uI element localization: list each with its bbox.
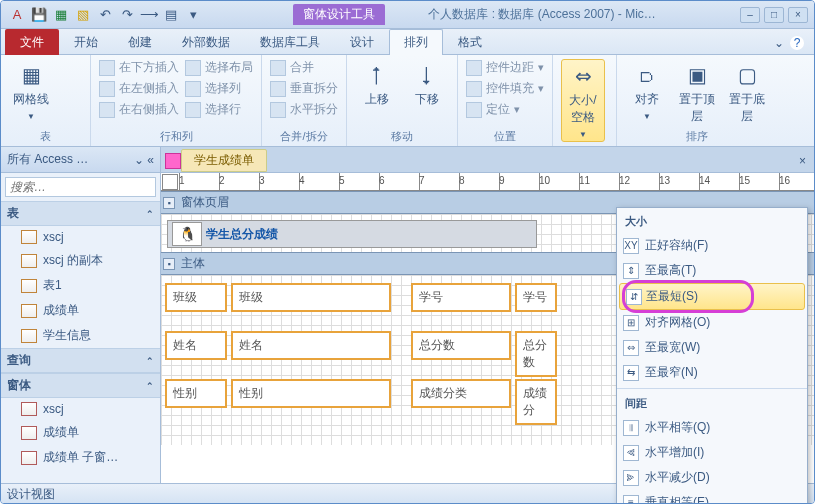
tab-arrange[interactable]: 排列 — [389, 29, 443, 55]
menu-item-shortest[interactable]: ⇵至最短(S) — [619, 283, 805, 310]
chevron-up-icon: ⌃ — [146, 209, 154, 219]
menu-item-fit[interactable]: XY正好容纳(F) — [617, 233, 807, 258]
section-selector[interactable]: ▪ — [163, 197, 175, 209]
anchor-button[interactable]: 定位 ▾ — [466, 101, 544, 118]
table-icon — [21, 230, 37, 244]
menu-item-widest[interactable]: ⇔至最宽(W) — [617, 335, 807, 360]
fit-icon: XY — [623, 238, 639, 254]
window-controls: – □ × — [740, 7, 814, 23]
menu-item-hdec[interactable]: ⫸水平减少(D) — [617, 465, 807, 490]
insert-below-button[interactable]: 在下方插入 — [99, 59, 179, 76]
ribbon-group-order: ⫐对齐▼ ▣置于顶层 ▢置于底层 排序 — [617, 55, 777, 146]
group-label: 行和列 — [99, 127, 253, 146]
textbox-control[interactable]: 性别 — [231, 379, 391, 408]
bring-front-button[interactable]: ▣置于顶层 — [675, 59, 719, 127]
app-icon[interactable]: A — [7, 5, 27, 25]
menu-item-vequal[interactable]: ≡垂直相等(E) — [617, 490, 807, 504]
nav-item[interactable]: xscj — [1, 226, 160, 248]
col-icon — [99, 102, 115, 118]
down-icon: ⭣ — [411, 61, 443, 89]
label-control[interactable]: 成绩分类 — [411, 379, 511, 408]
nav-item[interactable]: xscj 的副本 — [1, 248, 160, 273]
merge-button[interactable]: 合并 — [270, 59, 338, 76]
align-button[interactable]: ⫐对齐▼ — [625, 59, 669, 123]
chevron-down-icon: ⌄ — [134, 153, 144, 167]
move-down-button[interactable]: ⭣下移 — [405, 59, 449, 110]
table-icon — [21, 279, 37, 293]
textbox-control[interactable]: 姓名 — [231, 331, 391, 360]
nav-header[interactable]: 所有 Access …⌄ « — [1, 147, 160, 173]
label-control[interactable]: 姓名 — [165, 331, 227, 360]
content-area: 所有 Access …⌄ « 表⌃ xscj xscj 的副本 表1 成绩单 学… — [1, 147, 814, 483]
textbox-control[interactable]: 成绩分 — [515, 379, 557, 425]
undo-icon[interactable]: ↶ — [95, 5, 115, 25]
menu-item-hinc[interactable]: ⫷水平增加(I) — [617, 440, 807, 465]
label-control[interactable]: 总分数 — [411, 331, 511, 360]
menu-heading: 大小 — [617, 210, 807, 233]
export-icon[interactable]: ⟶ — [139, 5, 159, 25]
menu-item-narrowest[interactable]: ⇆至最窄(N) — [617, 360, 807, 385]
label-control[interactable]: 学号 — [411, 283, 511, 312]
nav-item[interactable]: 表1 — [1, 273, 160, 298]
select-layout-button[interactable]: 选择布局 — [185, 59, 253, 76]
tab-external[interactable]: 外部数据 — [167, 29, 245, 55]
search-input[interactable] — [5, 177, 156, 197]
size-icon: ⇔ — [567, 62, 599, 90]
select-col-button[interactable]: 选择列 — [185, 80, 253, 97]
collapse-icon[interactable]: « — [147, 153, 154, 167]
maximize-button[interactable]: □ — [764, 7, 784, 23]
label-control[interactable]: 性别 — [165, 379, 227, 408]
textbox-control[interactable]: 学号 — [515, 283, 557, 312]
nav-item[interactable]: 成绩单 — [1, 420, 160, 445]
nav-search — [1, 173, 160, 201]
nav-item[interactable]: 成绩单 子窗… — [1, 445, 160, 470]
form-title-label[interactable]: 🐧学生总分成绩 — [167, 220, 537, 248]
sel-icon — [185, 81, 201, 97]
move-up-button[interactable]: ⭡上移 — [355, 59, 399, 110]
gridlines-button[interactable]: ▦网格线▼ — [9, 59, 53, 123]
send-back-button[interactable]: ▢置于底层 — [725, 59, 769, 127]
tab-home[interactable]: 开始 — [59, 29, 113, 55]
tab-create[interactable]: 创建 — [113, 29, 167, 55]
textbox-control[interactable]: 总分数 — [515, 331, 557, 377]
table-icon[interactable]: ▤ — [161, 5, 181, 25]
tab-dbtools[interactable]: 数据库工具 — [245, 29, 335, 55]
redo-icon[interactable]: ↷ — [117, 5, 137, 25]
sel-icon — [185, 102, 201, 118]
minimize-ribbon-icon[interactable]: ⌄ — [774, 36, 784, 50]
menu-item-togrid[interactable]: ⊞对齐网格(O) — [617, 310, 807, 335]
qat-more-icon[interactable]: ▾ — [183, 5, 203, 25]
nav-item[interactable]: 成绩单 — [1, 298, 160, 323]
textbox-control[interactable]: 班级 — [231, 283, 391, 312]
insert-left-button[interactable]: 在左侧插入 — [99, 80, 179, 97]
document-tab[interactable]: 学生成绩单 — [181, 149, 267, 172]
nav-item[interactable]: xscj — [1, 398, 160, 420]
label-control[interactable]: 班级 — [165, 283, 227, 312]
vsplit-button[interactable]: 垂直拆分 — [270, 80, 338, 97]
excel-icon[interactable]: ▦ — [51, 5, 71, 25]
help-icon[interactable]: ? — [790, 36, 804, 50]
hsplit-button[interactable]: 水平拆分 — [270, 101, 338, 118]
tools-icon[interactable]: ▧ — [73, 5, 93, 25]
nav-group-tables[interactable]: 表⌃ — [1, 201, 160, 226]
select-row-button[interactable]: 选择行 — [185, 101, 253, 118]
titlebar: A 💾 ▦ ▧ ↶ ↷ ⟶ ▤ ▾ 窗体设计工具 个人数据库 : 数据库 (Ac… — [1, 1, 814, 29]
save-icon[interactable]: 💾 — [29, 5, 49, 25]
menu-item-hequal[interactable]: ⫴水平相等(Q) — [617, 415, 807, 440]
nav-group-queries[interactable]: 查询⌃ — [1, 348, 160, 373]
ruler-corner[interactable] — [162, 174, 178, 190]
close-document-button[interactable]: × — [791, 154, 814, 168]
padding-button[interactable]: 控件填充 ▾ — [466, 80, 544, 97]
margins-button[interactable]: 控件边距 ▾ — [466, 59, 544, 76]
tab-file[interactable]: 文件 — [5, 29, 59, 55]
tab-design[interactable]: 设计 — [335, 29, 389, 55]
insert-right-button[interactable]: 在右侧插入 — [99, 101, 179, 118]
tab-format[interactable]: 格式 — [443, 29, 497, 55]
minimize-button[interactable]: – — [740, 7, 760, 23]
menu-item-tallest[interactable]: ⇕至最高(T) — [617, 258, 807, 283]
section-selector[interactable]: ▪ — [163, 258, 175, 270]
size-space-button[interactable]: ⇔大小/空格▼ — [561, 59, 605, 142]
close-button[interactable]: × — [788, 7, 808, 23]
nav-item[interactable]: 学生信息 — [1, 323, 160, 348]
nav-group-forms[interactable]: 窗体⌃ — [1, 373, 160, 398]
